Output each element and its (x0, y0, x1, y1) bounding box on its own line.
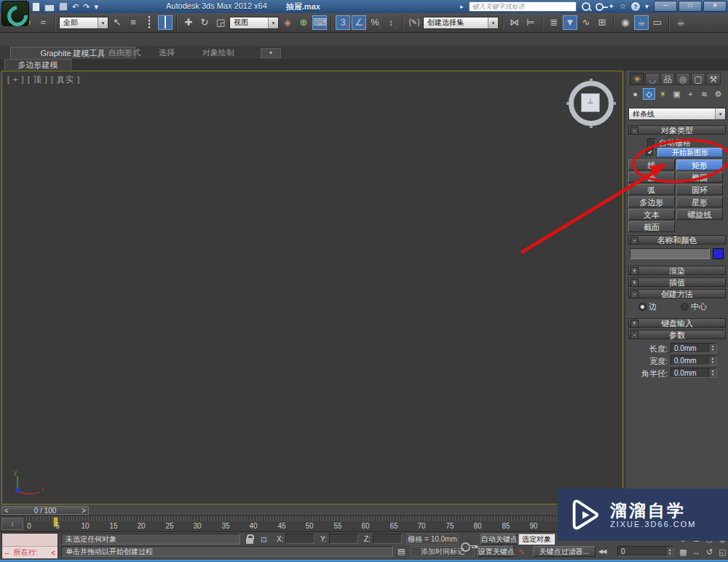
tab-polygon-modeling[interactable]: 多边形建模 (4, 59, 71, 70)
category-cameras-icon[interactable]: ▣ (670, 88, 683, 100)
shape-button-circle[interactable]: 圆 (628, 172, 675, 183)
select-and-manipulate-icon[interactable]: ⊕ (296, 15, 311, 30)
frame-back-button[interactable]: < (2, 507, 11, 515)
communication-center-icon[interactable]: ✦ (609, 1, 614, 12)
shape-button-helix[interactable]: 螺旋线 (676, 209, 723, 220)
category-spacewarps-icon[interactable]: ≋ (698, 88, 711, 100)
key-filters-button[interactable]: 关键点过滤器... (533, 546, 596, 557)
ribbon-minimize-icon[interactable]: ▾ (261, 48, 281, 58)
rectangular-selection-region-icon[interactable] (142, 15, 157, 30)
object-color-swatch[interactable] (713, 248, 724, 259)
x-coordinate-field[interactable] (285, 534, 314, 544)
go-to-start-icon[interactable]: ◀◀ (598, 547, 606, 557)
shape-button-text[interactable]: 文本 (628, 209, 675, 220)
select-and-move-icon[interactable]: ✚ (181, 15, 196, 30)
snaps-toggle-3d-icon[interactable]: 3∩ (336, 15, 350, 30)
use-pivot-center-icon[interactable]: ◈ (280, 15, 295, 30)
selected-filter-button[interactable]: 选定对象 (518, 534, 555, 545)
expand-icon[interactable]: + (630, 279, 638, 287)
mini-curve-editor-icon[interactable]: ↕ (1, 518, 23, 530)
curve-editor-icon[interactable]: ∿ (579, 15, 593, 30)
maximize-button[interactable]: □ (678, 1, 702, 12)
time-slider-handle[interactable]: < 0 / 100 > (1, 506, 89, 515)
width-field[interactable]: 0.0mm ▲▼ (670, 355, 717, 365)
corner-radius-field[interactable]: 0.0mm ▲▼ (670, 368, 717, 378)
render-setup-icon[interactable]: ☕ (634, 15, 649, 30)
dropdown-arrow-icon[interactable]: ▾ (715, 108, 725, 119)
reference-coordinate-dropdown[interactable]: 视图▾ (229, 17, 279, 29)
category-geometry-icon[interactable]: ● (629, 88, 641, 100)
start-new-shape-checkbox[interactable]: ✔ (646, 149, 654, 157)
frame-spinner[interactable]: ▲▼ (665, 547, 673, 556)
bind-to-spacewarp-icon[interactable]: ≈ (36, 15, 50, 30)
rollout-rendering[interactable]: + 渲染 (628, 266, 726, 275)
pan-icon[interactable]: ↔ (690, 546, 703, 558)
close-button[interactable]: ✕ (703, 1, 727, 12)
rollout-creation-method[interactable]: - 创建方法 (628, 289, 726, 298)
keyboard-shortcut-override-icon[interactable]: ⌨ (312, 15, 327, 30)
help-dropdown-icon[interactable]: ▾ (645, 1, 649, 12)
start-new-shape-button[interactable]: 开始新图形 (657, 148, 723, 157)
dropdown-arrow-icon[interactable]: ▾ (488, 17, 498, 28)
corner-radius-spinner[interactable]: ▲▼ (708, 368, 716, 377)
shape-button-ellipse[interactable]: 椭圆 (676, 172, 723, 183)
expand-icon[interactable]: + (630, 267, 638, 275)
y-coordinate-field[interactable] (329, 534, 358, 544)
collapse-icon[interactable]: - (630, 237, 638, 245)
selection-lock-icon[interactable] (246, 538, 253, 544)
isolate-selection-icon[interactable]: ▤ (397, 546, 405, 556)
creation-center-radio[interactable] (681, 303, 689, 311)
open-file-icon[interactable] (44, 4, 55, 12)
collapse-icon[interactable]: - (630, 290, 638, 298)
rollout-interpolation[interactable]: + 插值 (628, 277, 726, 287)
percent-snap-toggle-icon[interactable]: %∩ (368, 15, 382, 30)
tab-create-icon[interactable]: ✳ (630, 73, 644, 85)
set-key-button[interactable]: 设置关键点 (478, 546, 514, 557)
tab-modify-icon[interactable]: ◡ (645, 73, 660, 85)
shape-button-donut[interactable]: 圆环 (676, 184, 723, 195)
absolute-offset-mode-icon[interactable]: ⊡ (261, 534, 267, 545)
track-bar-ruler[interactable]: 0 5 10 15 20 25 30 35 40 45 50 55 60 65 … (26, 516, 623, 531)
dropdown-arrow-icon[interactable]: ▾ (268, 17, 278, 28)
align-icon[interactable]: ⊨ (523, 15, 538, 30)
creation-edge-label[interactable]: 边 (649, 301, 657, 312)
collapse-icon[interactable]: - (630, 127, 638, 135)
viewcube-top-face[interactable]: ┴ (581, 93, 600, 112)
search-icon[interactable] (582, 2, 590, 11)
length-spinner[interactable]: ▲▼ (708, 344, 716, 352)
object-name-input[interactable] (630, 248, 710, 259)
shape-category-dropdown[interactable]: 样条线▾ (628, 108, 726, 120)
track-bar[interactable]: ↕ 0 5 10 15 20 25 30 35 40 45 50 55 60 6… (0, 516, 625, 532)
listener-arrow[interactable]: < (51, 549, 55, 557)
spinner-snap-toggle-icon[interactable]: ↕∩ (384, 15, 398, 30)
creation-center-label[interactable]: 中心 (691, 301, 707, 312)
edit-named-selection-sets-icon[interactable]: {✎} (407, 15, 422, 30)
select-and-rotate-icon[interactable]: ↻ (197, 15, 212, 30)
selection-filter-dropdown[interactable]: 全部▾ (59, 17, 108, 29)
subscription-key-icon[interactable] (596, 3, 604, 11)
rollout-object-type[interactable]: - 对象类型 (628, 125, 726, 135)
favorites-star-icon[interactable]: ☆ (620, 1, 626, 12)
length-field[interactable]: 0.0mm ▲▼ (670, 343, 717, 353)
shape-button-section[interactable]: 截面 (628, 221, 675, 232)
category-systems-icon[interactable]: ⚙ (712, 88, 724, 100)
frame-forward-button[interactable]: > (79, 507, 88, 515)
auto-key-button[interactable]: 自动关键点 (480, 534, 517, 545)
maxscript-mini-listener[interactable]: -- 所在行: < (1, 533, 58, 558)
manage-layers-icon[interactable]: ≣ (547, 15, 561, 30)
width-spinner[interactable]: ▲▼ (708, 356, 716, 365)
window-crossing-toggle-icon[interactable] (158, 15, 173, 30)
expand-icon[interactable]: + (630, 320, 638, 328)
tab-object-paint[interactable]: 对象绘制 (195, 47, 242, 58)
minimize-button[interactable]: ─ (654, 1, 677, 12)
angle-snap-toggle-icon[interactable]: ∠∩ (352, 15, 366, 30)
new-file-icon[interactable] (32, 2, 40, 12)
current-frame-field[interactable]: 0 ▲▼ (617, 546, 674, 557)
redo-icon[interactable]: ↷ (83, 1, 90, 12)
save-file-icon[interactable] (59, 2, 68, 11)
rollout-keyboard-entry[interactable]: + 键盘输入 (628, 318, 726, 328)
dropdown-arrow-icon[interactable]: ▾ (98, 17, 108, 28)
viewcube[interactable]: ┴ (569, 81, 614, 126)
listener-input-row[interactable] (2, 534, 58, 547)
creation-edge-radio[interactable] (638, 303, 646, 311)
